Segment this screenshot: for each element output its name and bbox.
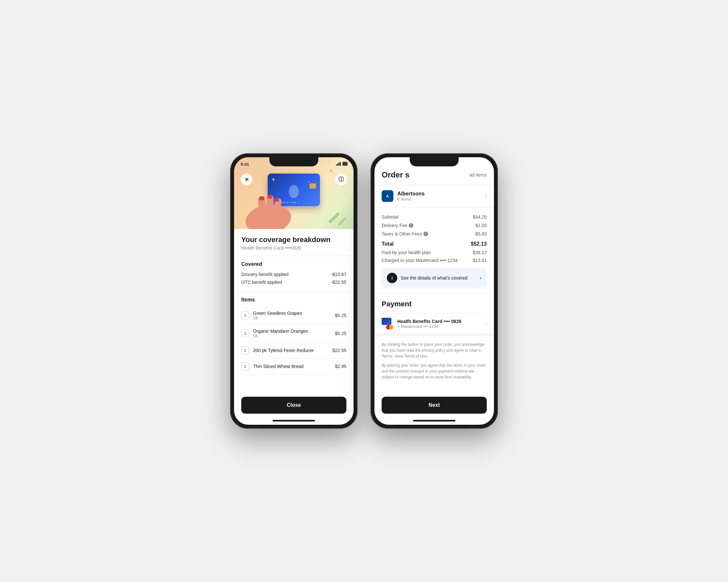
coverage-title: Your coverage breakdown [241, 235, 346, 244]
payment-chevron-icon: › [485, 321, 487, 326]
item-row: 1 200 pk Tylenol Fever Reducer $22.55 [241, 342, 346, 359]
taxes-label-group: Taxes & Other Fees i [382, 231, 428, 237]
coverage-btn-info-icon: i [387, 273, 397, 283]
price-section: Subtotal $44.20 Delivery Fee i $2.00 Tax… [374, 207, 494, 293]
subtotal-value: $44.20 [473, 214, 487, 220]
item-info: Green Seedless Grapes 1lb [253, 311, 331, 321]
svg-rect-1 [337, 163, 338, 166]
mastercard-value: $13.81 [473, 258, 487, 263]
taxes-info-icon[interactable]: i [423, 232, 428, 236]
phone-order: Order s ad items A Albertsons 6 items › [370, 153, 498, 429]
covered-section: Covered Grocery benefit applied -$15.67 … [234, 256, 354, 292]
coverage-subtitle: Health Benefits Card ••••0826 [241, 245, 346, 251]
delivery-label-group: Delivery Fee i [382, 223, 413, 228]
payment-card-row[interactable]: Health Benefits Card •••• 0826 + Masterc… [382, 313, 487, 334]
taxes-row: Taxes & Other Fees i $5.83 [382, 230, 487, 238]
item-row: 1 Thin Sliced Wheat Bread $2.95 [241, 359, 346, 375]
delivery-value: $2.00 [475, 223, 487, 228]
next-button[interactable]: Next [382, 397, 487, 414]
item-weight: 1lb [253, 316, 331, 321]
legal-text-2: By placing your order, you agree that th… [382, 362, 487, 380]
svg-rect-3 [340, 162, 341, 166]
payment-title: Payment [382, 300, 487, 308]
home-indicator [413, 420, 456, 421]
item-qty: 1 [241, 311, 249, 320]
home-indicator [272, 420, 315, 421]
payment-section: Payment Health Benefits Card •••• 0826 [374, 293, 494, 334]
chevron-right-icon: › [480, 275, 482, 281]
total-value: $52.13 [471, 241, 487, 247]
store-items-count: 6 items [397, 197, 485, 202]
grocery-benefit-label: Grocery benefit applied [241, 272, 289, 277]
store-row[interactable]: A Albertsons 6 items › [374, 185, 494, 207]
notch [410, 157, 459, 166]
item-name: Organic Mandarin Oranges [253, 329, 331, 334]
delivery-info-icon[interactable]: i [409, 223, 413, 228]
covered-label: Covered [241, 261, 346, 267]
coverage-btn-left: i See the details of what's covered [387, 273, 467, 283]
order-title-left: Order s [382, 170, 409, 179]
items-section: Items 1 Green Seedless Grapes 1lb $5.25 … [234, 292, 354, 375]
close-button[interactable]: Close [241, 397, 346, 414]
legal-text-1: By clicking the button to place your ord… [382, 341, 487, 359]
svg-rect-2 [339, 163, 339, 166]
hand-illustration [241, 187, 300, 229]
time-display: 9:41 [241, 162, 249, 167]
legal-text: By clicking the button to place your ord… [374, 334, 494, 389]
grocery-benefit-row: Grocery benefit applied -$15.67 [241, 271, 346, 278]
chevron-down-icon[interactable]: › [485, 193, 487, 199]
otc-benefit-label: OTC benefit applied [241, 280, 282, 285]
otc-benefit-amount: -$22.55 [331, 280, 346, 285]
otc-benefit-row: OTC benefit applied -$22.55 [241, 278, 346, 286]
coverage-content: Your coverage breakdown Health Benefits … [234, 229, 354, 425]
close-icon-button[interactable]: ✕ [241, 173, 252, 185]
item-name: Thin Sliced Wheat Bread [253, 364, 331, 369]
delivery-row: Delivery Fee i $2.00 [382, 221, 487, 230]
svg-rect-11 [267, 195, 272, 199]
item-qty: 1 [241, 347, 249, 354]
coverage-btn-text: See the details of what's covered [400, 275, 467, 281]
store-logo: A [382, 190, 393, 202]
coverage-details-button[interactable]: i See the details of what's covered › [382, 268, 487, 288]
next-button-label: Next [428, 402, 440, 408]
item-qty: 1 [241, 330, 249, 337]
item-price: $22.55 [332, 348, 346, 353]
item-price: $5.25 [335, 313, 346, 318]
subtotal-row: Subtotal $44.20 [382, 213, 487, 221]
total-row: Total $52.13 [382, 240, 487, 249]
mastercard-row: Charged to your Mastercard •••• 1234 $13… [382, 256, 487, 264]
notch [269, 157, 318, 166]
items-label: Items [241, 297, 346, 303]
item-name: 200 pk Tylenol Fever Reducer [253, 348, 329, 353]
item-row: 1 Green Seedless Grapes 1lb $5.25 [241, 307, 346, 325]
item-row: 1 Organic Mandarin Oranges 1lb $5.25 [241, 325, 346, 342]
item-qty: 1 [241, 362, 249, 370]
health-plan-value: $38.22 [473, 250, 487, 255]
payment-card-icon [382, 318, 393, 330]
mastercard-label: Charged to your Mastercard •••• 1234 [382, 258, 458, 263]
svg-rect-0 [336, 164, 337, 166]
item-info: 200 pk Tylenol Fever Reducer [253, 348, 329, 353]
info-icon-button[interactable]: ⓘ [335, 173, 347, 185]
grocery-benefit-amount: -$15.67 [331, 272, 346, 277]
svg-rect-12 [275, 198, 279, 202]
x-icon: ✕ [244, 176, 249, 183]
signal-icons [336, 162, 348, 166]
hero-image: 9:41 ✦ ✦ 000 00 000 8** 000 ** [234, 157, 354, 229]
health-plan-label: Paid by your health plan [382, 250, 431, 255]
close-button-label: Close [287, 402, 301, 408]
store-info: Albertsons 6 items [397, 191, 485, 202]
item-price: $2.95 [335, 364, 346, 369]
total-label: Total [382, 241, 394, 247]
phone-coverage: 9:41 ✦ ✦ 000 00 000 8** 000 ** [230, 153, 358, 429]
item-name: Green Seedless Grapes [253, 311, 331, 316]
delivery-label: Delivery Fee [382, 223, 408, 228]
item-weight: 1lb [253, 334, 331, 338]
svg-rect-5 [343, 163, 347, 165]
order-title-right: ad items [469, 172, 487, 177]
item-info: Thin Sliced Wheat Bread [253, 364, 331, 369]
payment-card-sub: + Mastercard ••• 1234 [397, 324, 485, 329]
health-plan-row: Paid by your health plan $38.22 [382, 249, 487, 256]
taxes-value: $5.83 [475, 231, 487, 237]
info-icon: ⓘ [339, 176, 344, 183]
